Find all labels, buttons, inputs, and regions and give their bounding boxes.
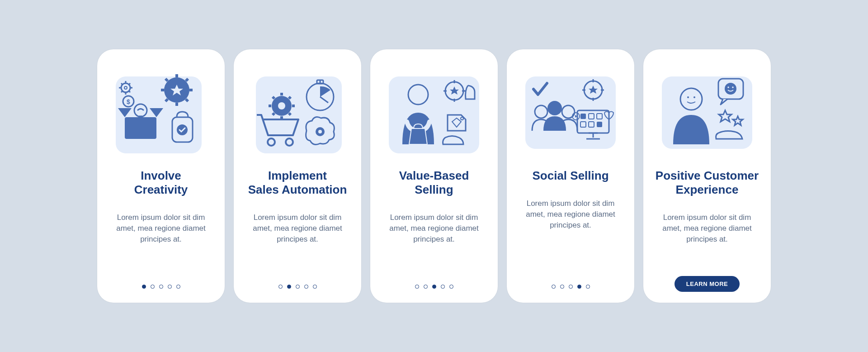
svg-line-12 [121,83,123,85]
onboarding-card-value: Value-Based Selling Lorem ipsum dolor si… [370,49,498,303]
svg-line-23 [165,99,168,101]
dot-5[interactable] [586,285,590,289]
svg-point-45 [318,130,322,133]
card-title: Involve Creativity [134,169,188,197]
svg-rect-46 [389,76,479,153]
card-body: Lorem ipsum dolor sit dim amet, mea regi… [515,198,626,230]
svg-line-14 [121,91,123,92]
svg-line-36 [273,97,274,99]
page-dots [552,281,590,292]
learn-more-button[interactable]: LEARN MORE [675,276,740,292]
onboarding-card-creativity: $ Involve Cre [97,49,225,303]
svg-point-31 [278,102,285,109]
dot-4[interactable] [304,285,308,289]
svg-point-76 [687,96,689,98]
dot-2[interactable] [287,285,291,289]
card-title: Social Selling [532,169,609,183]
svg-point-56 [547,101,562,115]
onboarding-card-social: Social Selling Lorem ipsum dolor sit dim… [507,49,634,303]
svg-line-38 [273,113,274,115]
card-body: Lorem ipsum dolor sit dim amet, mea regi… [378,212,490,244]
dot-3[interactable] [432,285,436,289]
dot-3[interactable] [159,285,163,289]
svg-point-79 [725,83,736,95]
dot-4[interactable] [168,285,172,289]
dot-1[interactable] [278,285,283,289]
dot-2[interactable] [560,285,564,289]
dot-2[interactable] [151,285,155,289]
dot-5[interactable] [313,285,317,289]
svg-point-80 [727,86,729,88]
dot-3[interactable] [296,285,300,289]
svg-rect-1 [125,117,156,139]
dot-1[interactable] [415,285,419,289]
automation-illustration [248,63,347,158]
dot-5[interactable] [176,285,180,289]
svg-line-39 [289,97,291,99]
card-title: Value-Based Selling [399,169,469,197]
dot-1[interactable] [142,285,146,289]
svg-line-37 [289,113,291,115]
onboarding-card-customer: Positive Customer Experience Lorem ipsum… [643,49,771,303]
svg-line-22 [186,99,188,101]
svg-line-21 [165,79,168,81]
social-illustration [521,63,620,158]
page-dots [278,281,317,292]
svg-rect-67 [580,114,586,119]
dot-4[interactable] [577,285,581,289]
dot-4[interactable] [441,285,445,289]
card-body: Lorem ipsum dolor sit dim amet, mea regi… [105,212,217,244]
svg-line-13 [129,91,130,92]
svg-line-15 [129,83,130,85]
svg-point-81 [732,86,734,88]
onboarding-card-automation: Implement Sales Automation Lorem ipsum d… [234,49,361,303]
svg-rect-72 [597,122,602,127]
dot-5[interactable] [449,285,453,289]
creativity-illustration: $ [111,63,211,158]
dot-3[interactable] [569,285,573,289]
page-dots [415,281,453,292]
value-illustration [384,63,484,158]
dot-2[interactable] [424,285,428,289]
svg-point-77 [693,96,695,98]
card-body: Lorem ipsum dolor sit dim amet, mea regi… [242,212,353,244]
svg-line-24 [186,79,188,81]
card-title: Implement Sales Automation [248,169,347,197]
dot-1[interactable] [552,285,556,289]
svg-text:$: $ [127,98,130,105]
page-dots [142,281,180,292]
customer-illustration [657,63,757,158]
card-body: Lorem ipsum dolor sit dim amet, mea regi… [651,212,763,244]
card-title: Positive Customer Experience [656,169,759,197]
svg-rect-27 [256,76,342,153]
